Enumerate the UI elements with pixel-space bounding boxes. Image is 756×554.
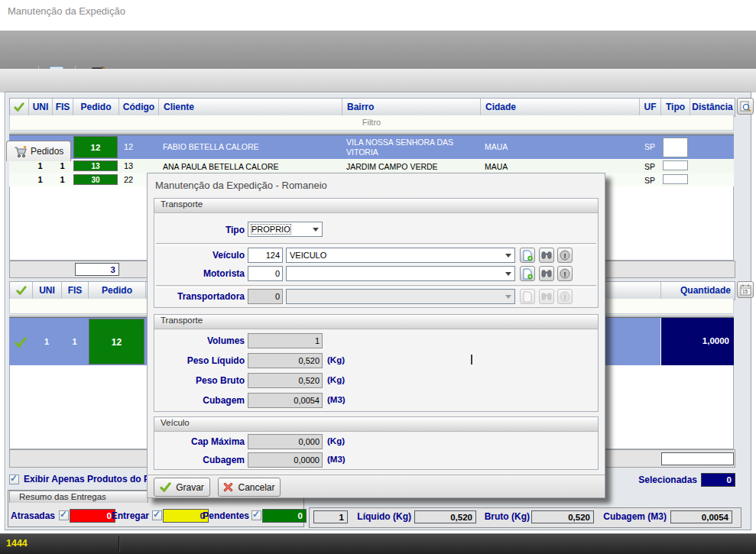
cap-maxima-field: 0,000 <box>248 434 323 449</box>
cell-bairro: VILA NOSSA SENHORA DAS VITORIA <box>346 138 478 157</box>
header-cidade[interactable]: Cidade <box>481 99 640 116</box>
svg-text:!: ! <box>563 252 566 260</box>
veiculo-label: Veículo <box>161 250 245 261</box>
selecionadas-label: Selecionadas <box>627 475 697 485</box>
pendentes-label: Pendentes <box>200 510 249 521</box>
motorista-info-button[interactable]: ! <box>557 266 573 281</box>
header-fis[interactable]: FIS <box>53 99 73 116</box>
chevron-down-icon <box>505 254 511 261</box>
cell-codigo: 13 <box>118 161 158 170</box>
peso-bruto-unit: (Kg) <box>327 375 345 384</box>
liquido-label: Líquido (Kg) <box>350 511 411 522</box>
text-cursor <box>471 355 472 364</box>
cancelar-label: Cancelar <box>238 482 274 493</box>
header-codigo[interactable]: Código <box>119 99 159 116</box>
title-bar: Manutenção da Expedição <box>0 0 756 31</box>
cell-quantidade: 1,0000 <box>660 318 734 366</box>
veiculo-new-button[interactable] <box>520 248 535 263</box>
cubagem-value: 0,0054 <box>670 510 732 523</box>
header-distancia[interactable]: Distância <box>690 99 735 116</box>
header-pedido[interactable]: Pedido <box>73 99 119 116</box>
transportadora-combobox <box>286 289 515 304</box>
transportadora-new-button <box>520 289 535 304</box>
totals-count: 1 <box>313 510 348 523</box>
cell-pedido: 12 <box>89 319 144 364</box>
search-binoculars-icon <box>541 251 552 260</box>
header-check-cell[interactable] <box>10 99 29 116</box>
dialog-button-bar: Gravar Cancelar <box>148 475 605 497</box>
order-row[interactable]: 1 1 13 13 ANA PAULA BETELLA CALORE JARDI… <box>9 159 734 173</box>
cell-tipo-input[interactable] <box>663 160 688 170</box>
record-count: 1444 <box>6 538 28 549</box>
header-cliente[interactable]: Cliente <box>159 99 342 116</box>
veiculo-combobox[interactable]: VEICULO <box>286 248 515 263</box>
atrasadas-label: Atrasadas <box>11 510 55 521</box>
status-bar: 1444 <box>0 533 756 554</box>
cell-uni: 1 <box>28 175 52 184</box>
veiculo-code-field[interactable]: 124 <box>248 248 283 263</box>
green-check-icon <box>14 102 24 112</box>
motorista-code-field[interactable]: 0 <box>248 266 283 281</box>
cell-tipo-input[interactable] <box>663 174 688 184</box>
header-fis[interactable]: FIS <box>62 282 89 300</box>
motorista-combobox[interactable] <box>286 266 515 281</box>
tab-pedidos[interactable]: Pedidos <box>6 141 71 161</box>
cancelar-button[interactable]: Cancelar <box>218 478 281 497</box>
orders-filter-row[interactable]: Filtro <box>9 115 734 131</box>
cell-uni: 1 <box>28 161 52 170</box>
atrasadas-checkbox[interactable]: ✓ <box>59 510 69 520</box>
veiculo-cubagem-unit: (M3) <box>327 455 346 464</box>
header-uf[interactable]: UF <box>640 99 661 116</box>
veiculo-info-button[interactable]: ! <box>557 248 573 263</box>
motorista-new-button[interactable] <box>520 266 535 281</box>
cubagem-field: 0,0054 <box>248 393 323 408</box>
cell-pedido: 12 <box>73 136 118 158</box>
tipo-label: Tipo <box>161 225 245 235</box>
header-pedido[interactable]: Pedido <box>89 282 146 300</box>
statusbar-separator <box>118 536 120 552</box>
transporte-totais-group: Transporte Volumes 1 Peso Líquido 0,520 … <box>154 314 599 412</box>
grid-preview-button[interactable] <box>737 98 754 115</box>
header-bairro[interactable]: Bairro <box>342 99 481 116</box>
chevron-down-icon <box>505 272 511 279</box>
cell-uf: SP <box>639 162 660 171</box>
cell-uf: SP <box>639 176 660 185</box>
veiculo-group-title: Veículo <box>154 417 598 432</box>
group-divider <box>156 243 596 246</box>
header-check-cell[interactable] <box>10 282 33 300</box>
cap-maxima-label: Cap Máxima <box>161 436 245 447</box>
green-check-icon <box>160 482 171 492</box>
chevron-down-icon <box>313 228 319 235</box>
calendar-icon: 15 <box>740 284 751 296</box>
romaneio-dialog: Manutenção da Expedição - Romaneio Trans… <box>147 173 605 498</box>
veiculo-search-button[interactable] <box>539 248 554 263</box>
gravar-button[interactable]: Gravar <box>154 478 210 497</box>
pendentes-value: 0 <box>262 509 307 523</box>
transportadora-search-button <box>539 289 554 304</box>
header-tipo[interactable]: Tipo <box>661 99 690 116</box>
cell-cliente: FABIO BETELLA CALORE <box>163 142 342 151</box>
new-record-icon <box>523 268 533 280</box>
grid-calendar-button[interactable]: 15 <box>737 281 754 298</box>
selecionadas-value: 0 <box>701 473 735 487</box>
bruto-value: 0,520 <box>531 510 594 523</box>
header-uni[interactable]: UNI <box>33 282 62 300</box>
header-uni[interactable]: UNI <box>29 99 53 116</box>
entregar-label: Entregar <box>109 510 149 521</box>
tipo-combobox[interactable]: PROPRIO <box>248 222 323 237</box>
cart-icon <box>14 146 27 157</box>
peso-bruto-label: Peso Bruto <box>161 375 245 386</box>
green-check-icon <box>16 286 27 295</box>
cell-uf: SP <box>639 142 660 151</box>
cell-tipo-input[interactable] <box>663 138 688 157</box>
veiculo-cubagem-field: 0,0000 <box>248 452 323 468</box>
pendentes-checkbox[interactable]: ✓ <box>251 510 261 520</box>
cell-fis: 1 <box>52 161 73 170</box>
orders-grid-header[interactable]: UNI FIS Pedido Código Cliente Bairro Cid… <box>9 98 735 117</box>
exibir-apenas-checkbox[interactable]: ✓ <box>9 475 19 484</box>
items-total-field[interactable] <box>661 452 734 465</box>
entregar-checkbox[interactable]: ✓ <box>152 510 162 520</box>
order-row-selected[interactable]: 1 1 12 12 FABIO BETELLA CALORE VILA NOSS… <box>9 134 734 160</box>
header-quantidade[interactable]: Quantidade <box>661 282 735 300</box>
motorista-search-button[interactable] <box>539 266 554 281</box>
